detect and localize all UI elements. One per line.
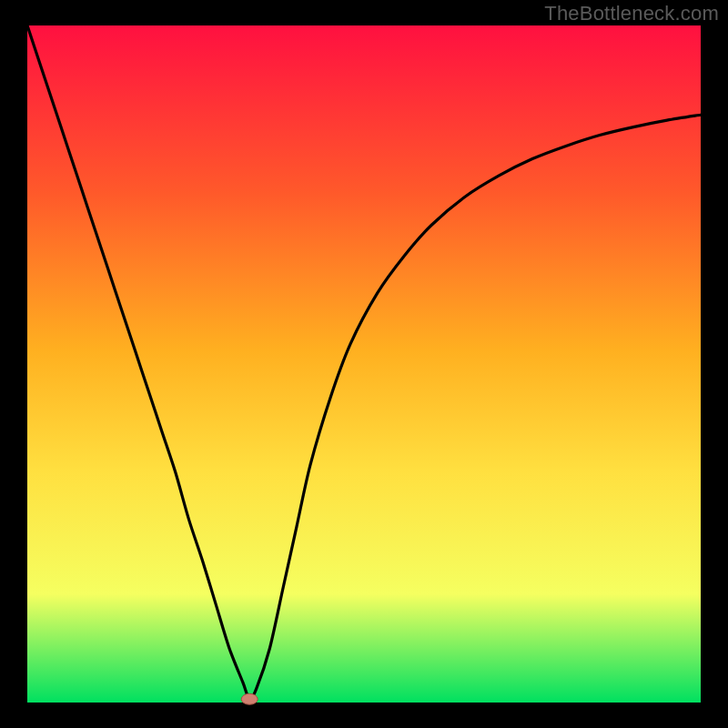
watermark-text: TheBottleneck.com: [544, 2, 719, 25]
plot-background: [27, 25, 701, 703]
bottleneck-chart: [0, 0, 728, 728]
optimum-marker: [241, 693, 258, 704]
chart-frame: TheBottleneck.com: [0, 0, 728, 728]
